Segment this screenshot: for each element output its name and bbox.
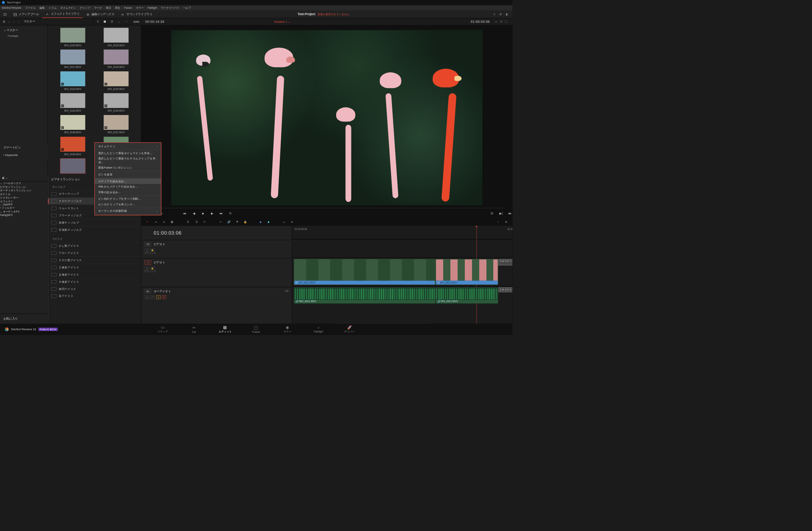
page-cut[interactable]: ✂Cut	[178, 325, 209, 333]
bin-footage[interactable]: Footage	[0, 33, 48, 39]
context-menu-item[interactable]: ビンを追加	[95, 172, 161, 177]
fx-fairlightfx[interactable]: FairlightFX	[0, 213, 48, 216]
smart-bins-header[interactable]: スマートビン	[0, 144, 48, 152]
effect-item[interactable]: 五角形アイリス	[48, 271, 141, 278]
insert-tool-icon[interactable]: ▦	[170, 220, 175, 223]
media-clip[interactable]: MVI_0127.MOV	[53, 50, 92, 69]
panel-toggle-icon[interactable]	[0, 11, 10, 18]
edit-index-button[interactable]: 編集インデックス	[83, 11, 118, 18]
options-icon[interactable]: ⋯	[124, 19, 129, 24]
zoom-slider-dot[interactable]: ○	[496, 221, 500, 224]
media-clip[interactable]: MVI_0126.MOV	[97, 50, 136, 69]
lock-icon[interactable]: 🔒	[243, 220, 248, 223]
overwrite-clip-icon[interactable]: ⊐	[194, 220, 199, 223]
fx-audio-transitions[interactable]: オーディオトランジション	[0, 189, 48, 192]
page-color[interactable]: ◉カラー	[272, 325, 303, 334]
timeline-selector[interactable]: Timeline 1	[274, 20, 290, 24]
track-lock-icon[interactable]: 🔒	[150, 266, 154, 270]
thumb-view-icon[interactable]: ▦	[102, 19, 107, 24]
timeline-clip[interactable]: MVI_0011.MOV	[436, 259, 498, 285]
page-edit[interactable]: ▤エディット	[209, 325, 241, 334]
context-menu-item[interactable]: ビン内のクリップをすべて削除...	[95, 196, 161, 202]
menu-clip[interactable]: クリップ	[80, 6, 90, 9]
page-media[interactable]: ▭メディア	[147, 325, 178, 334]
track-solo-icon[interactable]: S	[156, 295, 160, 299]
search-icon[interactable]: ⌕	[117, 19, 122, 24]
effect-item[interactable]: ひし型アイリス	[48, 242, 141, 249]
effects-library-button[interactable]: エフェクトライブラリ	[42, 11, 83, 18]
page-fusion[interactable]: ◯Fusion	[241, 325, 272, 333]
app-menubar[interactable]: DaVinci Resolve ファイル 編集 トリム タイムライン クリップ …	[0, 5, 512, 11]
context-menu-item[interactable]: オーディオの自動同期	[95, 208, 161, 214]
menu-color[interactable]: カラー	[136, 6, 144, 9]
trim-tool-icon[interactable]: ⫤	[153, 221, 158, 224]
context-menu-item[interactable]: タイムライン	[95, 144, 161, 150]
fx-panel-toggle-icon[interactable]: ◧ ⌄	[2, 176, 8, 180]
snap-icon[interactable]: ▭	[282, 220, 286, 223]
blade-tool-icon[interactable]: ⫣	[161, 221, 166, 224]
track-header-a1[interactable]: A1オーディオ 1 2.0 ◻⬡SM	[141, 287, 292, 305]
track-a1[interactable]: 🔗 MVI_0011.MOV 🔗 MVI_0011.MOV 🔗 MVI_0011…	[292, 286, 513, 304]
effect-item[interactable]: 楕円アイリス	[48, 285, 141, 293]
context-menu-item[interactable]: 字幕の読み込み...	[95, 189, 161, 195]
smart-bin-keywords[interactable]: › Keywords	[0, 151, 48, 159]
menu-mark[interactable]: マーク	[94, 6, 102, 9]
fx-favorites[interactable]: お気に入り	[0, 314, 48, 324]
match-frame-icon[interactable]: ⊡	[489, 211, 494, 215]
fx-video-transitions[interactable]: ビデオトランジション	[0, 185, 48, 189]
track-disable-icon[interactable]: ◻	[145, 248, 149, 252]
menu-workspace[interactable]: ワークスペース	[161, 6, 179, 9]
track-arm-icon[interactable]: ⬡	[150, 295, 154, 299]
menu-trim[interactable]: トリム	[49, 6, 57, 9]
loop-icon[interactable]: ↻	[228, 211, 233, 215]
audio-clip[interactable]: 🔗 MVI_0011.MOV	[436, 287, 498, 303]
track-disable-icon[interactable]: ◻	[145, 266, 149, 270]
nav-fwd-icon[interactable]: ›	[16, 20, 21, 23]
audio-clip[interactable]: 🔗 MVI_0011.MOV	[294, 287, 435, 303]
effect-item[interactable]: 六角形アイリス	[48, 278, 141, 285]
menu-fusion[interactable]: Fusion	[124, 6, 132, 9]
effect-item[interactable]: 非加算ディゾルブ	[48, 226, 141, 233]
breadcrumb[interactable]: マスター	[24, 20, 35, 24]
media-clip[interactable]: MVI_0135.MOV	[97, 71, 136, 90]
inspector-button[interactable]: ◧	[504, 13, 510, 16]
timeline-clip[interactable]: MVI_0011.MOV	[294, 259, 435, 285]
fx-openfx[interactable]: ⌄ OpenFX	[0, 203, 48, 206]
media-clip[interactable]: MVI_0125.MOV	[53, 28, 92, 47]
track-lock-icon[interactable]: 🔒	[150, 248, 154, 252]
sound-library-button[interactable]: サウンドライブラリ	[118, 11, 156, 18]
page-deliver[interactable]: 🚀デリバー	[334, 325, 365, 334]
bin-master[interactable]: ⌄ マスター	[0, 27, 48, 33]
media-clip[interactable]: MVI_0124.MOV	[53, 71, 92, 90]
jump-last-icon[interactable]: ⏭	[508, 211, 513, 215]
track-header-v2[interactable]: V2ビデオ 2 ◻🔒 1 クリップ	[141, 240, 292, 258]
fx-audiofx[interactable]: ⌄ オーディオFX	[0, 210, 48, 213]
insert-clip-icon[interactable]: ⊏	[186, 220, 191, 223]
viewer-frame[interactable]	[171, 30, 482, 205]
media-clip[interactable]: MVI_0120.MOV	[97, 28, 136, 47]
effect-item[interactable]: 加算ディゾルブ	[48, 219, 141, 226]
expand-viewer-icon[interactable]: ⛶	[504, 20, 509, 23]
dual-viewer-icon[interactable]: ◫	[499, 20, 504, 23]
viewer-mode-icon[interactable]: ▭	[493, 20, 499, 23]
context-menu[interactable]: タイムライン選択したビンで新規タイムラインを作成...選択したビンで新規マルチカ…	[94, 142, 162, 215]
track-v2[interactable]	[292, 239, 513, 257]
context-menu-item[interactable]: XMLからメディアの読み込み...	[95, 184, 161, 190]
media-clip[interactable]: MVI_0128.MOV	[53, 93, 92, 112]
media-clip[interactable]: MVI_0136.MOV	[97, 93, 136, 112]
fx-titles[interactable]: タイトル	[0, 192, 48, 196]
video-transition[interactable]: クロスディゾルブ	[499, 259, 513, 265]
list-view-icon[interactable]: ☰	[110, 19, 115, 24]
menu-help[interactable]: ヘルプ	[183, 6, 191, 9]
effect-item[interactable]: 目アイリス	[48, 292, 141, 299]
context-menu-item[interactable]: ビンのクリップを再リンク...	[95, 202, 161, 207]
next-frame-icon[interactable]: ⏭	[219, 211, 224, 215]
replace-clip-icon[interactable]: ⊓	[202, 220, 207, 223]
prev-frame-icon[interactable]: ◀	[192, 211, 197, 215]
menu-fairlight[interactable]: Fairlight	[148, 6, 157, 9]
track-mute-icon[interactable]: M	[162, 295, 166, 299]
viewer-scrubber[interactable]	[148, 208, 505, 208]
fx-generators[interactable]: ジェネレーター	[0, 196, 48, 199]
selection-tool-icon[interactable]: ↖	[145, 220, 150, 223]
timeline-ruler[interactable]: 01:00:00:00 01:00:03:22	[292, 226, 513, 239]
